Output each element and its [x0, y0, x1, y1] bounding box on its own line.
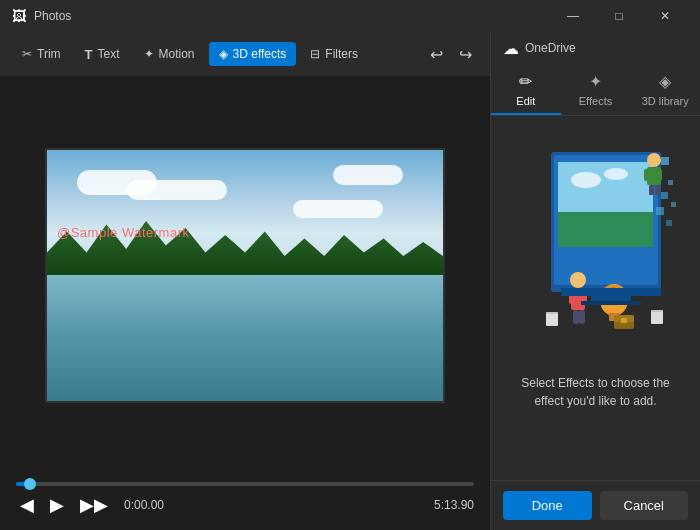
svg-rect-6 [558, 212, 653, 247]
effects-tab-icon: ✦ [589, 72, 602, 91]
undo-redo-group: ↩ ↪ [424, 41, 478, 68]
edit-tab-label: Edit [516, 95, 535, 107]
motion-label: Motion [159, 47, 195, 61]
window-controls: — □ ✕ [550, 0, 688, 32]
3dlibrary-tab-icon: ◈ [659, 72, 671, 91]
effects-tab-label: Effects [579, 95, 612, 107]
video-scene: @Sample Watermark [47, 150, 443, 401]
svg-rect-11 [671, 202, 676, 207]
tab-edit[interactable]: ✏ Edit [491, 64, 561, 115]
controls-row: ◀ ▶ ▶▶ 0:00.00 5:13.90 [16, 492, 474, 518]
trim-label: Trim [37, 47, 61, 61]
illustration-area [506, 132, 686, 362]
cloud-2 [127, 180, 227, 200]
undo-button[interactable]: ↩ [424, 41, 449, 68]
skip-forward-button[interactable]: ▶▶ [76, 492, 112, 518]
3d-illustration [506, 132, 686, 362]
current-time: 0:00.00 [124, 498, 164, 512]
tab-effects[interactable]: ✦ Effects [561, 64, 631, 115]
motion-icon [144, 47, 154, 61]
play-button[interactable]: ▶ [46, 492, 68, 518]
motion-button[interactable]: Motion [134, 42, 205, 66]
instruction-text: Select Effects to choose the effect you'… [503, 374, 688, 410]
svg-rect-13 [666, 220, 672, 226]
filters-label: Filters [325, 47, 358, 61]
svg-rect-18 [573, 310, 579, 324]
svg-rect-23 [656, 169, 662, 181]
svg-rect-24 [649, 185, 654, 195]
progress-thumb[interactable] [24, 478, 36, 490]
trim-icon [22, 47, 32, 61]
total-time: 5:13.90 [434, 498, 474, 512]
water-layer [47, 275, 443, 401]
video-area: @Sample Watermark [0, 76, 490, 474]
done-button[interactable]: Done [503, 491, 592, 520]
svg-point-14 [570, 272, 586, 288]
onedrive-icon: ☁ [503, 39, 519, 58]
svg-point-20 [647, 153, 661, 167]
text-icon [85, 47, 93, 62]
cloud-3 [333, 165, 403, 185]
filters-icon [310, 47, 320, 61]
tab-3dlibrary[interactable]: ◈ 3D library [630, 64, 700, 115]
left-panel: Trim Text Motion 3D effects Filters ↩ ↪ [0, 32, 490, 530]
progress-row [16, 482, 474, 486]
skip-back-button[interactable]: ◀ [16, 492, 38, 518]
text-label: Text [98, 47, 120, 61]
trim-button[interactable]: Trim [12, 42, 71, 66]
svg-rect-38 [561, 288, 661, 296]
cancel-button[interactable]: Cancel [600, 491, 689, 520]
title-bar: 🖼 Photos — □ ✕ [0, 0, 700, 32]
edit-tab-icon: ✏ [519, 72, 532, 91]
app-title: Photos [34, 9, 550, 23]
toolbar: Trim Text Motion 3D effects Filters ↩ ↪ [0, 32, 490, 76]
right-tabs: ✏ Edit ✦ Effects ◈ 3D library [491, 64, 700, 116]
svg-rect-7 [661, 157, 669, 165]
app-body: Trim Text Motion 3D effects Filters ↩ ↪ [0, 32, 700, 530]
svg-rect-10 [661, 192, 668, 199]
svg-rect-12 [656, 207, 664, 215]
3d-effects-label: 3D effects [233, 47, 287, 61]
minimize-button[interactable]: — [550, 0, 596, 32]
svg-rect-9 [668, 180, 673, 185]
maximize-button[interactable]: □ [596, 0, 642, 32]
app-icon: 🖼 [12, 8, 26, 24]
progress-track[interactable] [16, 482, 474, 486]
video-frame: @Sample Watermark [45, 148, 445, 403]
svg-rect-19 [579, 310, 585, 324]
svg-rect-31 [546, 312, 558, 326]
right-footer: Done Cancel [491, 480, 700, 530]
svg-rect-33 [651, 310, 663, 324]
right-content: Select Effects to choose the effect you'… [491, 116, 700, 480]
svg-rect-3 [558, 162, 653, 212]
svg-rect-22 [644, 169, 650, 181]
playback-bar: ◀ ▶ ▶▶ 0:00.00 5:13.90 [0, 474, 490, 530]
3d-effects-icon [219, 47, 228, 61]
svg-point-5 [604, 168, 628, 180]
onedrive-label: OneDrive [525, 41, 576, 55]
svg-rect-40 [581, 301, 641, 305]
svg-point-4 [571, 172, 601, 188]
redo-button[interactable]: ↪ [453, 41, 478, 68]
svg-rect-37 [621, 318, 627, 323]
3dlibrary-tab-label: 3D library [642, 95, 689, 107]
filters-button[interactable]: Filters [300, 42, 368, 66]
text-button[interactable]: Text [75, 42, 130, 67]
cloud-4 [293, 200, 383, 218]
close-button[interactable]: ✕ [642, 0, 688, 32]
3d-effects-button[interactable]: 3D effects [209, 42, 297, 66]
svg-rect-25 [655, 185, 660, 195]
onedrive-header: ☁ OneDrive [491, 32, 700, 64]
watermark: @Sample Watermark [57, 225, 189, 240]
right-panel: ☁ OneDrive ✏ Edit ✦ Effects ◈ 3D library [490, 32, 700, 530]
